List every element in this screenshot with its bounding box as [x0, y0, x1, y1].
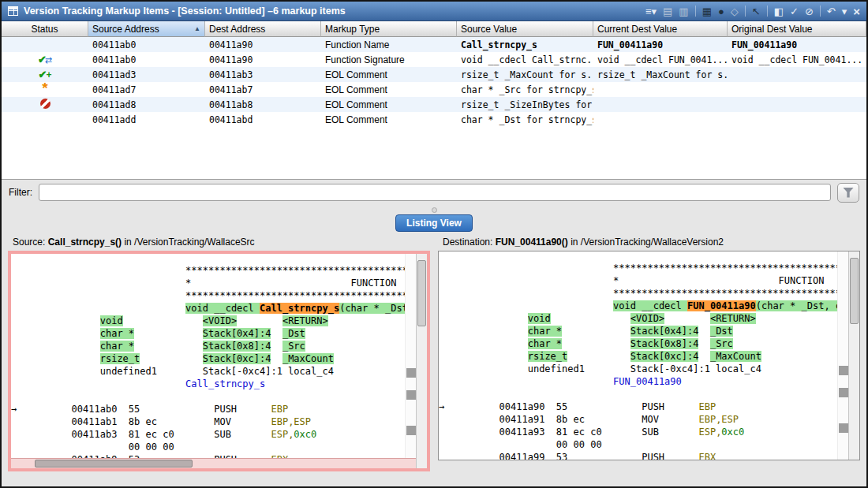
code-line[interactable]: rsize_t Stack[0xc]:4 _MaxCount: [439, 350, 837, 363]
menu-icon[interactable]: ≡▾: [645, 6, 657, 17]
table-row[interactable]: 00411add00411abdEOL Commentchar * _Dst f…: [2, 112, 866, 127]
column-header-original-dest-value[interactable]: Original Dest Value: [728, 21, 866, 37]
source-listing[interactable]: ****************************************…: [11, 254, 405, 468]
destination-vertical-scrollbar[interactable]: [848, 251, 859, 460]
source-value-cell: Call_strncpy_s: [457, 37, 593, 52]
line-margin: [11, 277, 32, 289]
code-line[interactable]: char * Stack[0x8]:4 _Src: [439, 337, 837, 350]
table-row[interactable]: ✔+00411ad300411ab3EOL Commentrsize_t _Ma…: [2, 67, 866, 82]
table-row[interactable]: *00411ad700411ab7EOL Commentchar * _Src …: [2, 82, 866, 97]
source-vertical-scrollbar[interactable]: [416, 254, 427, 468]
record-icon[interactable]: ●: [718, 6, 724, 17]
source-function-name: Call_strncpy_s(): [48, 237, 122, 248]
dropdown-icon[interactable]: ▾: [842, 6, 847, 17]
line-margin: [439, 375, 459, 388]
code-line[interactable]: ****************************************…: [439, 287, 837, 300]
diamond-icon[interactable]: ◇: [731, 6, 739, 17]
listing-section: Listing View Source: Call_strncpy_s() in…: [2, 214, 866, 486]
code-line[interactable]: void __cdecl Call_strncpy_s(char * _Dst,…: [11, 302, 405, 315]
code-line[interactable]: ****************************************…: [439, 262, 837, 274]
instruction-pointer-icon: →: [439, 400, 459, 413]
undo-icon[interactable]: ↶: [827, 6, 836, 17]
destination-conj: in: [571, 237, 578, 248]
instruction-pointer-icon: →: [11, 403, 32, 415]
code-line[interactable]: 00411ab1 8b ec MOV EBP,ESP: [11, 415, 405, 428]
app-icon: [8, 6, 18, 16]
source-listing-frame[interactable]: ****************************************…: [8, 251, 430, 471]
scrollbar-thumb[interactable]: [850, 258, 859, 324]
table-row[interactable]: 00411ab000411a90Function NameCall_strncp…: [2, 37, 866, 52]
code-line[interactable]: 00 00 00: [11, 441, 405, 453]
code-line[interactable]: void <VOID> <RETURN>: [11, 315, 405, 327]
splitter[interactable]: [2, 205, 866, 214]
code-line[interactable]: void __cdecl FUN_00411a90(char * _Dst, c…: [439, 300, 837, 312]
markup-type-cell: EOL Comment: [321, 112, 457, 127]
source-value-cell: rsize_t _MaxCount for s...: [457, 67, 593, 82]
original-dest-value-cell: [728, 82, 866, 97]
column-header-current-dest-value[interactable]: Current Dest Value: [593, 21, 728, 37]
scrollbar-thumb[interactable]: [417, 260, 426, 326]
paste-markup-icon[interactable]: ▥: [679, 6, 688, 17]
code-line[interactable]: * FUNCTION: [439, 274, 837, 287]
copy-markup-icon[interactable]: ▤: [663, 6, 672, 17]
code-line[interactable]: → 00411a90 55 PUSH EBP: [439, 400, 837, 413]
code-line[interactable]: char * Stack[0x4]:4 _Dst: [439, 325, 837, 337]
source-path: /VersionTracking/WallaceSrc: [134, 237, 255, 248]
code-line[interactable]: Call_strncpy_s: [11, 378, 405, 390]
filter-input[interactable]: [39, 184, 831, 201]
markup-table-body: 00411ab000411a90Function NameCall_strncp…: [2, 37, 866, 127]
reject-markup-icon[interactable]: ⊘: [805, 6, 814, 17]
code-line[interactable]: undefined1 Stack[-0xc4]:1 local_c4: [439, 363, 837, 375]
column-header-dest-address[interactable]: Dest Address: [205, 21, 321, 37]
listing-tab-row: Listing View: [2, 214, 866, 233]
status-cell: [2, 37, 88, 52]
accept-markup-icon[interactable]: ✓: [790, 6, 799, 17]
code-line[interactable]: rsize_t Stack[0xc]:4 _MaxCount: [11, 352, 405, 365]
code-line[interactable]: 00 00 00: [439, 438, 837, 451]
code-line[interactable]: char * Stack[0x8]:4 _Src: [11, 340, 405, 352]
code-line[interactable]: ****************************************…: [11, 264, 405, 277]
code-line[interactable]: ****************************************…: [11, 289, 405, 302]
table-row[interactable]: ✔⇄00411ab000411a90Function Signaturevoid…: [2, 52, 866, 67]
code-line[interactable]: char * Stack[0x4]:4 _Dst: [11, 327, 405, 340]
dest-address-cell: 00411abd: [205, 112, 321, 127]
filter-bar: Filter:: [2, 180, 866, 205]
column-header-source-value[interactable]: Source Value: [457, 21, 593, 37]
marker-icon: [406, 426, 416, 435]
code-line[interactable]: 00411a93 81 ec c0 SUB ESP,0xc0: [439, 426, 837, 438]
source-horizontal-scrollbar[interactable]: [11, 458, 416, 468]
destination-listing[interactable]: ****************************************…: [439, 251, 837, 460]
code-line[interactable]: 00411ab3 81 ec c0 SUB ESP,0xc0: [11, 428, 405, 441]
code-line[interactable]: FUN_00411a90: [439, 375, 837, 388]
code-line[interactable]: 00411a99 53 PUSH EBX: [439, 451, 837, 460]
splitter-handle-icon[interactable]: [432, 207, 437, 213]
dual-listing-icon[interactable]: ◧: [774, 6, 784, 17]
line-margin: [439, 325, 459, 337]
code-line[interactable]: → 00411ab0 55 PUSH EBP: [11, 403, 405, 415]
cursor-icon[interactable]: ↖: [752, 6, 761, 17]
line-margin: [439, 388, 459, 400]
code-line[interactable]: [11, 390, 405, 403]
source-value-cell: char * _Src for strncpy_s: [457, 82, 593, 97]
toolbar-separator: [820, 6, 821, 17]
tab-listing-view[interactable]: Listing View: [395, 214, 473, 232]
code-line[interactable]: * FUNCTION: [11, 277, 405, 289]
destination-listing-frame[interactable]: ****************************************…: [438, 251, 860, 460]
destination-path: /VersionTracking/WallaceVersion2: [581, 237, 724, 248]
line-margin: [11, 390, 32, 403]
scrollbar-thumb[interactable]: [35, 460, 193, 468]
table-view-icon[interactable]: ▦: [702, 6, 712, 17]
source-address-cell: 00411ad8: [88, 97, 205, 112]
close-icon[interactable]: ×: [853, 6, 860, 17]
table-row[interactable]: 00411ad800411ab8EOL Commentrsize_t _Size…: [2, 97, 866, 112]
column-header-status[interactable]: Status: [2, 21, 88, 37]
code-line[interactable]: 00411a91 8b ec MOV EBP,ESP: [439, 413, 837, 426]
column-header-markup-type[interactable]: Markup Type: [321, 21, 457, 37]
code-line[interactable]: undefined1 Stack[-0xc4]:1 local_c4: [11, 365, 405, 378]
code-line[interactable]: [439, 388, 837, 400]
filter-options-button[interactable]: [837, 183, 859, 203]
destination-pane: Destination: FUN_00411a90() in /VersionT…: [438, 233, 860, 471]
markup-type-cell: EOL Comment: [321, 97, 457, 112]
code-line[interactable]: void <VOID> <RETURN>: [439, 312, 837, 325]
column-header-source-address[interactable]: Source Address▲: [88, 21, 205, 37]
